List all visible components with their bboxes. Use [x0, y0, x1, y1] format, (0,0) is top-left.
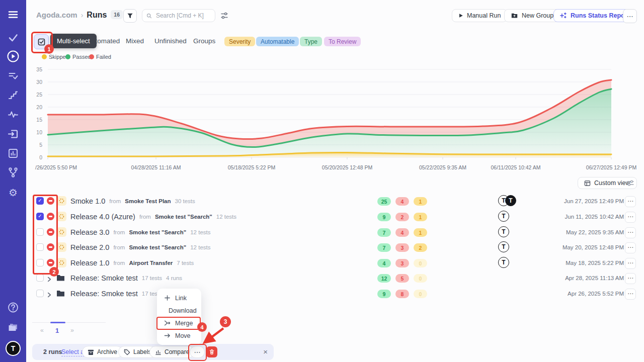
- row-checkbox[interactable]: ✓: [36, 213, 44, 220]
- menu-item-link[interactable]: Link: [157, 292, 201, 304]
- run-date: May 20, 2025 12:48 PM: [562, 240, 624, 255]
- row-more-button[interactable]: ⋯: [625, 289, 636, 300]
- steps-icon[interactable]: [8, 90, 19, 101]
- row-checkbox[interactable]: [36, 290, 44, 297]
- folder-plus-icon: [511, 12, 518, 19]
- manual-run-button[interactable]: Manual Run: [452, 9, 507, 22]
- help-icon[interactable]: [8, 302, 19, 313]
- menu-icon[interactable]: [8, 9, 19, 20]
- skipped-pill: 1: [414, 228, 427, 237]
- running-icon: [57, 242, 66, 252]
- failed-pill: 3: [395, 243, 409, 252]
- row-checkbox[interactable]: [36, 228, 44, 236]
- profile-avatar[interactable]: T: [6, 341, 21, 356]
- assignee-avatars: T: [498, 241, 509, 252]
- gear-icon[interactable]: ⚙: [9, 187, 18, 199]
- failed-pill: 2: [395, 213, 409, 221]
- breadcrumb-separator: ›: [81, 11, 84, 19]
- row-more-button[interactable]: ⋯: [625, 273, 636, 284]
- pagination-prev[interactable]: «: [40, 327, 44, 334]
- selected-count: 2 runs: [43, 344, 62, 360]
- plus-icon: [164, 295, 171, 301]
- filter-funnel-button[interactable]: [123, 9, 137, 23]
- menu-item-move[interactable]: Move: [157, 329, 201, 342]
- menu-item-download[interactable]: Download: [157, 304, 201, 317]
- from-label: from: [113, 229, 125, 235]
- run-row[interactable]: Release 1.0fromAirport Transfer7 tests43…: [0, 255, 644, 270]
- tests-count: 12 tests: [190, 244, 210, 250]
- avatar: T: [498, 226, 509, 237]
- row-more-button[interactable]: ⋯: [625, 227, 636, 238]
- run-date: Jun 11, 2025 10:42 AM: [565, 209, 624, 224]
- row-checkbox[interactable]: [36, 243, 44, 251]
- filter-badge-severity[interactable]: Severity: [224, 37, 255, 46]
- expand-chevron-icon[interactable]: [46, 291, 52, 300]
- report-icon[interactable]: [8, 148, 19, 159]
- skipped-dot-icon: [42, 54, 47, 59]
- branch-icon[interactable]: [8, 167, 19, 178]
- stop-run-icon[interactable]: [47, 259, 54, 266]
- filter-badge-type[interactable]: Type: [300, 37, 322, 46]
- run-name: Release 1.0: [70, 259, 109, 267]
- filter-settings-icon[interactable]: [220, 12, 228, 22]
- breadcrumb-project[interactable]: Agoda.com: [36, 11, 77, 19]
- status-pills: 2541: [377, 197, 427, 206]
- annotation-step-4: 4: [197, 322, 207, 332]
- view-settings-icon[interactable]: [626, 179, 634, 189]
- search-input[interactable]: [155, 12, 211, 20]
- group-row[interactable]: Release: Smoke test17 tests7 runs980Apr …: [0, 286, 644, 301]
- row-more-button[interactable]: ⋯: [625, 196, 636, 207]
- list-check-icon[interactable]: [8, 70, 19, 81]
- annotation-step-1: 1: [44, 44, 54, 54]
- row-checkbox[interactable]: [36, 259, 44, 266]
- current-page-indicator: [50, 322, 65, 323]
- group-row[interactable]: Release: Smoke test17 tests4 runs1250Apr…: [0, 270, 644, 286]
- stop-run-icon[interactable]: [47, 213, 54, 220]
- folder-icon: [56, 274, 65, 284]
- run-row[interactable]: Release 2.0fromSmoke test "Search"12 tes…: [0, 240, 644, 255]
- menu-item-merge[interactable]: Merge: [157, 317, 201, 329]
- bulk-more-button[interactable]: ⋯: [190, 346, 205, 358]
- compare-button[interactable]: Compare: [149, 346, 195, 358]
- expand-chevron-icon[interactable]: [46, 275, 52, 284]
- trash-icon: [209, 349, 215, 355]
- run-date: Apr 28, 2025 11:13 AM: [565, 270, 624, 286]
- legend-skipped: Skipped: [42, 54, 69, 60]
- close-action-bar-button[interactable]: ×: [263, 344, 268, 360]
- play-circle-icon[interactable]: [7, 50, 20, 63]
- search-box[interactable]: [142, 9, 215, 22]
- new-group-button[interactable]: New Group: [504, 9, 560, 22]
- archive-label: Archive: [97, 348, 117, 355]
- row-checkbox[interactable]: [36, 274, 44, 282]
- check-icon[interactable]: [8, 32, 19, 43]
- stop-run-icon[interactable]: [47, 243, 54, 251]
- pulse-icon[interactable]: [8, 109, 19, 120]
- pagination-next[interactable]: »: [70, 327, 74, 334]
- filter-badge-to-review[interactable]: To Review: [324, 37, 361, 46]
- pagination-page-1[interactable]: 1: [55, 327, 59, 334]
- projects-icon[interactable]: [7, 321, 19, 333]
- tab-unfinished[interactable]: Unfinished: [154, 37, 187, 45]
- stop-run-icon[interactable]: [47, 197, 54, 205]
- row-more-button[interactable]: ⋯: [625, 242, 636, 253]
- archive-button[interactable]: Archive: [82, 346, 123, 358]
- assignee-avatars: TT: [498, 195, 516, 206]
- legend-passed: Passed: [65, 54, 91, 60]
- tab-mixed[interactable]: Mixed: [126, 37, 144, 45]
- passed-pill: 9: [377, 290, 391, 298]
- header-more-button[interactable]: ⋯: [623, 9, 637, 23]
- row-more-button[interactable]: ⋯: [625, 258, 636, 269]
- run-row[interactable]: Release 3.0fromSmoke test "Search"12 tes…: [0, 225, 644, 240]
- funnel-icon: [127, 13, 133, 19]
- running-icon: [57, 196, 66, 206]
- run-row[interactable]: ✓Smoke 1.0fromSmoke Test Plan30 tests254…: [0, 194, 644, 209]
- row-checkbox[interactable]: ✓: [36, 197, 44, 205]
- stop-run-icon[interactable]: [47, 228, 54, 236]
- selection-action-bar: 2 runs Select all Archive Labels Compare…: [32, 344, 274, 360]
- row-more-button[interactable]: ⋯: [625, 212, 636, 223]
- skipped-pill: 1: [414, 197, 427, 206]
- tab-groups[interactable]: Groups: [193, 37, 215, 45]
- run-row[interactable]: ✓Release 4.0 (Azure)fromSmoke test "Sear…: [0, 209, 644, 224]
- import-icon[interactable]: [8, 128, 19, 140]
- filter-badge-automatable[interactable]: Automatable: [256, 37, 299, 46]
